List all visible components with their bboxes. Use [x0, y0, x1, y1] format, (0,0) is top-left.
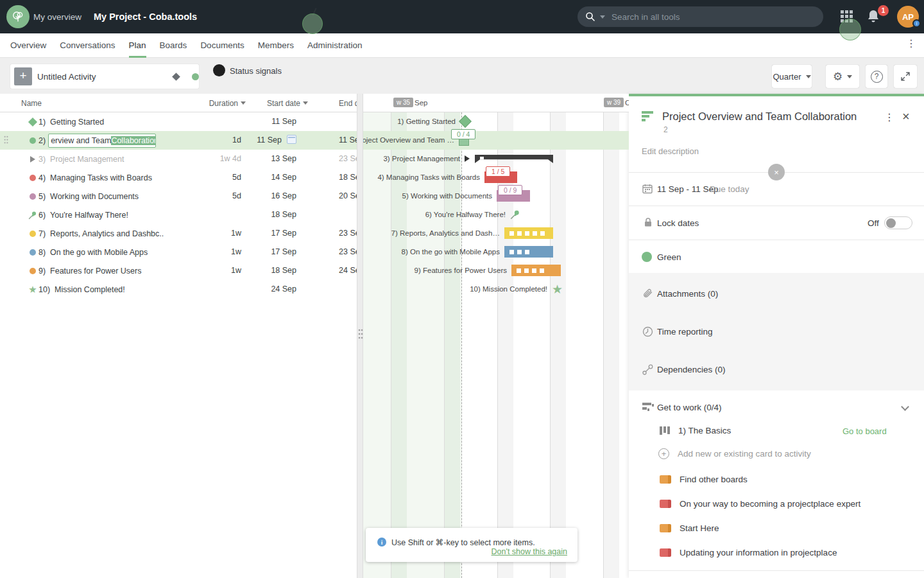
end-date-cell[interactable] — [339, 280, 357, 299]
dependencies-label[interactable]: Dependencies (0) — [657, 365, 726, 374]
end-date-cell[interactable] — [339, 112, 357, 131]
table-row[interactable]: 5) Working with Documents 5d 16 Sep 20 S… — [0, 187, 357, 206]
app-logo[interactable] — [6, 5, 30, 28]
tab-conversations[interactable]: Conversations — [60, 33, 115, 58]
gantt-bar[interactable] — [511, 265, 561, 276]
summary-bar[interactable] — [475, 155, 553, 163]
edit-description-link[interactable]: Edit description — [642, 146, 699, 156]
table-row[interactable]: 6) You're Halfway There! 18 Sep — [0, 206, 357, 224]
task-name[interactable]: 3) Project Management — [38, 150, 124, 168]
activity-signal-icon[interactable] — [192, 73, 199, 80]
new-activity-input[interactable]: + Untitled Activity — [10, 64, 199, 89]
gantt-timeline-header[interactable]: w 35 Sepw 39 Oct — [363, 94, 629, 112]
mission-star-icon[interactable]: ★ — [552, 280, 563, 299]
add-card-row[interactable]: + Add new or existing card to activity — [658, 448, 811, 459]
end-date-cell[interactable]: 23 Sep — [339, 150, 357, 168]
gantt-row[interactable]: 7) Reports, Analytics and Dash… — [363, 224, 629, 243]
task-name[interactable]: 4) Managing Tasks with Boards — [38, 168, 152, 187]
duration-cell[interactable]: 5d — [180, 187, 241, 206]
table-row[interactable]: 8) On the go with Mobile Apps 1w 17 Sep … — [0, 243, 357, 261]
task-name[interactable]: 5) Working with Documents — [38, 187, 139, 206]
panel-resize-handle[interactable] — [357, 94, 363, 578]
nav-overflow-menu-icon[interactable]: ⋮ — [906, 37, 916, 49]
my-overview-link[interactable]: My overview — [33, 0, 81, 33]
gantt-row[interactable]: 5) Working with Documents0 / 9 — [363, 187, 629, 206]
milestone-diamond-icon[interactable] — [459, 115, 472, 128]
gantt-row[interactable]: 10) Mission Completed!★ — [363, 280, 629, 299]
end-date-cell[interactable]: 18 Sep — [339, 168, 357, 187]
task-name-input[interactable]: erview and Team Collaboration — [48, 134, 156, 148]
start-date-cell[interactable]: 11 Sep — [244, 131, 296, 150]
gantt-row[interactable]: 6) You're Halfway There! — [363, 206, 629, 224]
panel-menu-icon[interactable]: ⋮ — [884, 111, 894, 123]
start-date-cell[interactable]: 13 Sep — [244, 150, 296, 168]
start-date-cell[interactable]: 11 Sep — [244, 112, 296, 131]
attachments-label[interactable]: Attachments (0) — [657, 289, 718, 299]
panel-close-icon[interactable]: × — [902, 109, 910, 124]
tab-documents[interactable]: Documents — [200, 33, 244, 58]
gantt-bar[interactable] — [504, 227, 553, 239]
status-signals-icon[interactable] — [213, 64, 225, 76]
status-color-dot[interactable] — [642, 252, 652, 262]
task-name[interactable]: 6) You're Halfway There! — [38, 206, 128, 224]
duration-cell[interactable] — [180, 112, 241, 131]
duration-cell[interactable]: 1w 4d — [180, 150, 241, 168]
duration-cell[interactable]: 1d — [180, 131, 241, 150]
table-row[interactable]: 1) Getting Started 11 Sep — [0, 112, 357, 131]
task-name[interactable]: 10) Mission Completed! — [38, 280, 125, 299]
gantt-row[interactable]: 9) Features for Power Users — [363, 261, 629, 280]
table-row[interactable]: 9) Features for Power Users 1w 18 Sep 24… — [0, 261, 357, 280]
tab-boards[interactable]: Boards — [160, 33, 187, 58]
start-date-cell[interactable]: 16 Sep — [244, 187, 296, 206]
column-header-end[interactable]: End date — [339, 94, 357, 112]
end-date-cell[interactable]: 11 Sep — [339, 131, 357, 150]
card-row[interactable]: Start Here — [660, 523, 719, 533]
notification-count-badge[interactable]: 1 — [878, 5, 889, 16]
lock-dates-toggle[interactable] — [884, 216, 912, 229]
gantt-row[interactable]: 1) Getting Started — [363, 112, 629, 131]
dont-show-again-link[interactable]: Don't show this again — [492, 547, 567, 556]
zoom-level-dropdown[interactable]: Quarter — [772, 65, 812, 88]
gantt-row[interactable]: 3) Project Management — [363, 150, 629, 168]
column-header-start[interactable]: Start date — [253, 94, 308, 112]
search-scope-caret-icon[interactable] — [600, 15, 605, 19]
gantt-row[interactable]: 8) On the go with Mobile Apps — [363, 243, 629, 261]
tab-administration[interactable]: Administration — [307, 33, 363, 58]
end-date-cell[interactable]: 20 Sep — [339, 187, 357, 206]
milestone-signal-icon[interactable] — [172, 73, 180, 81]
duration-cell[interactable]: 1w — [180, 261, 241, 280]
duration-cell[interactable]: 1w — [180, 243, 241, 261]
expand-triangle-icon[interactable] — [465, 155, 470, 162]
task-name[interactable]: 8) On the go with Mobile Apps — [38, 243, 148, 261]
end-date-cell[interactable]: 23 Sep — [339, 224, 357, 243]
table-row[interactable]: 3) Project Management 1w 4d 13 Sep 23 Se… — [0, 150, 357, 168]
end-date-cell[interactable] — [339, 206, 357, 224]
time-reporting-label[interactable]: Time reporting — [657, 327, 713, 337]
search-input[interactable]: Search in all tools — [578, 6, 823, 27]
fullscreen-button[interactable] — [894, 65, 917, 88]
card-row[interactable]: On your way to becoming a projectplace e… — [660, 499, 860, 509]
task-name[interactable]: 7) Reports, Analytics and Dashbc.. — [38, 224, 164, 243]
table-row-selected[interactable]: 2) erview and Team Collaboration 1d 11 S… — [0, 131, 357, 150]
start-date-cell[interactable]: 14 Sep — [244, 168, 296, 187]
column-header-name[interactable]: Name — [21, 94, 42, 112]
gantt-row[interactable]: Project Overview and Team …0 / 4 — [363, 131, 629, 150]
duration-cell[interactable]: 1w — [180, 224, 241, 243]
pin-icon[interactable] — [510, 209, 520, 220]
gantt-row[interactable]: 4) Managing Tasks with Boards1 / 5 — [363, 168, 629, 187]
start-date-cell[interactable]: 24 Sep — [244, 280, 296, 299]
start-date-cell[interactable]: 18 Sep — [244, 261, 296, 280]
tab-plan[interactable]: Plan — [129, 33, 146, 58]
calendar-icon[interactable] — [287, 135, 296, 144]
start-date-cell[interactable]: 18 Sep — [244, 206, 296, 224]
duration-cell[interactable]: 5d — [180, 168, 241, 187]
project-title[interactable]: My Project - Coba.tools — [94, 0, 197, 33]
collapse-section-button[interactable]: × — [768, 164, 785, 180]
end-date-cell[interactable]: 23 Sep — [339, 243, 357, 261]
section-chevron-icon[interactable] — [902, 401, 908, 412]
tab-members[interactable]: Members — [258, 33, 294, 58]
start-date-cell[interactable]: 17 Sep — [244, 224, 296, 243]
task-name[interactable]: 9) Features for Power Users — [38, 261, 141, 280]
duration-cell[interactable] — [180, 280, 241, 299]
gantt-bar[interactable] — [504, 246, 553, 258]
